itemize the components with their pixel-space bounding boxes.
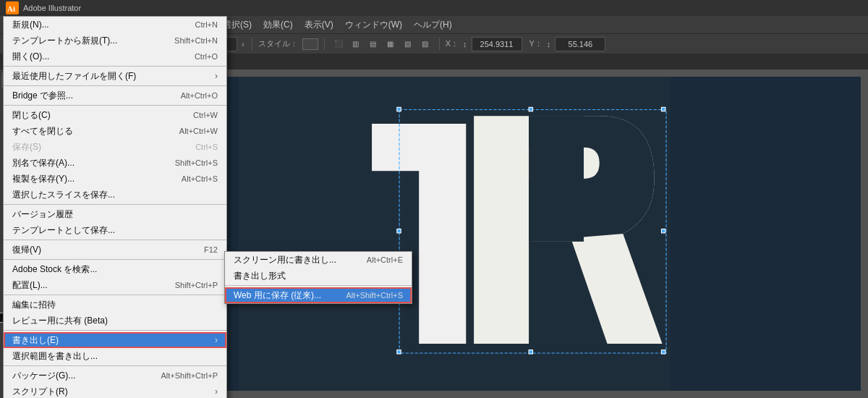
menu-item-new[interactable]: 新規(N)... Ctrl+N: [4, 17, 226, 33]
menu-item-new-template[interactable]: テンプレートから新規(T)... Shift+Ctrl+N: [4, 33, 226, 48]
menu-item-close-all[interactable]: すべてを閉じる Alt+Ctrl+W: [4, 123, 226, 139]
menu-item-package[interactable]: パッケージ(G)... Alt+Shift+Ctrl+P: [4, 368, 226, 384]
file-menu-dropdown: 新規(N)... Ctrl+N テンプレートから新規(T)... Shift+C…: [3, 16, 227, 398]
submenu-export-format[interactable]: 書き出し形式: [225, 268, 412, 284]
menu-item-place[interactable]: 配置(L)... Shift+Ctrl+P: [4, 277, 226, 293]
menu-item-invite[interactable]: 編集に招待: [4, 297, 226, 313]
menu-item-review[interactable]: レビュー用に共有 (Beta): [4, 313, 226, 329]
menu-item-save-slices[interactable]: 選択したスライスを保存...: [4, 187, 226, 203]
menu-item-stock[interactable]: Adobe Stock を検索...: [4, 261, 226, 277]
menu-item-export-selection[interactable]: 選択範囲を書き出し...: [4, 348, 226, 364]
menu-item-open[interactable]: 開く(O)... Ctrl+O: [4, 48, 226, 64]
menu-item-export[interactable]: 書き出し(E) ›: [4, 332, 226, 348]
submenu-sep-1: [225, 285, 412, 286]
dropdown-overlay[interactable]: 新規(N)... Ctrl+N テンプレートから新規(T)... Shift+C…: [0, 0, 868, 398]
menu-sep-9: [4, 365, 226, 366]
menu-item-save[interactable]: 保存(S) Ctrl+S: [4, 139, 226, 155]
menu-item-recent[interactable]: 最近使用したファイルを開く(F) ›: [4, 68, 226, 84]
menu-sep-5: [4, 240, 226, 240]
export-submenu: スクリーン用に書き出し... Alt+Ctrl+E 書き出し形式 Web 用に保…: [224, 251, 412, 304]
menu-sep-8: [4, 330, 226, 331]
menu-item-close[interactable]: 閉じる(C) Ctrl+W: [4, 107, 226, 123]
menu-sep-6: [4, 259, 226, 260]
menu-item-save-template[interactable]: テンプレートとして保存...: [4, 222, 226, 238]
menu-item-bridge[interactable]: Bridge で参照... Alt+Ctrl+O: [4, 88, 226, 103]
menu-sep-7: [4, 295, 226, 295]
menu-sep-3: [4, 105, 226, 106]
menu-item-save-as[interactable]: 別名で保存(A)... Shift+Ctrl+S: [4, 155, 226, 171]
menu-sep-4: [4, 204, 226, 205]
menu-item-save-copy[interactable]: 複製を保存(Y)... Alt+Ctrl+S: [4, 171, 226, 187]
menu-sep-2: [4, 85, 226, 86]
menu-item-scripts[interactable]: スクリプト(R) ›: [4, 384, 226, 398]
submenu-screen-export[interactable]: スクリーン用に書き出し... Alt+Ctrl+E: [225, 252, 412, 268]
menu-item-version-history[interactable]: バージョン履歴: [4, 206, 226, 222]
submenu-save-for-web[interactable]: Web 用に保存 (従来)... Alt+Shift+Ctrl+S: [225, 287, 412, 303]
menu-sep-1: [4, 66, 226, 67]
menu-item-revert[interactable]: 復帰(V) F12: [4, 242, 226, 258]
